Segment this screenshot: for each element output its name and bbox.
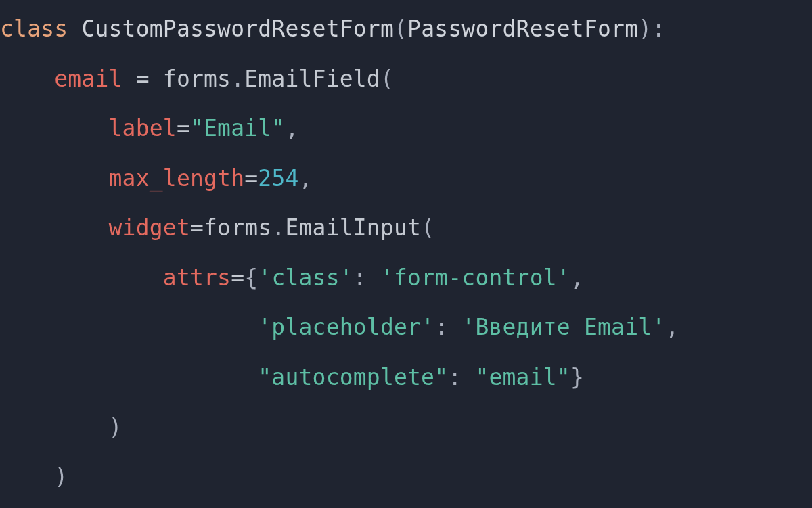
- code-line-5: widget=forms.EmailInput(: [0, 214, 434, 241]
- paren-open: (: [421, 214, 434, 241]
- indent: [0, 364, 258, 390]
- indent: [0, 414, 109, 440]
- comma: ,: [285, 115, 298, 141]
- equals: =: [231, 264, 244, 291]
- brace-close: }: [570, 364, 584, 390]
- module-forms: forms: [204, 214, 271, 241]
- call-emailinput: EmailInput: [285, 214, 421, 241]
- kwarg-max-length: max_length: [109, 165, 245, 191]
- indent: [0, 165, 109, 191]
- indent: [0, 463, 54, 490]
- comma: ,: [570, 264, 584, 291]
- dict-val-placeholder: 'Введите Email': [461, 314, 665, 340]
- paren-close: ): [109, 414, 122, 440]
- dict-key-autocomplete: "autocomplete": [258, 364, 448, 390]
- space: [68, 16, 81, 42]
- code-line-2: email = forms.EmailField(: [0, 66, 394, 92]
- field-email: email: [54, 66, 122, 92]
- code-line-3: label="Email",: [0, 115, 299, 141]
- code-line-6: attrs={'class': 'form-control',: [0, 264, 584, 291]
- indent: [0, 66, 54, 92]
- indent: [0, 115, 109, 141]
- code-line-8: "autocomplete": "email"}: [0, 364, 584, 390]
- dict-val-form-control: 'form-control': [380, 264, 570, 291]
- equals: =: [190, 214, 204, 241]
- dict-val-email: "email": [475, 364, 570, 390]
- indent: [0, 314, 258, 340]
- keyword-class: class: [0, 16, 68, 42]
- indent: [0, 214, 109, 241]
- equals: =: [122, 66, 163, 92]
- kwarg-widget: widget: [109, 214, 190, 241]
- code-line-10: ): [0, 463, 68, 490]
- code-line-9: ): [0, 414, 122, 440]
- code-block: class CustomPasswordResetForm(PasswordRe…: [0, 0, 812, 502]
- dict-key-placeholder: 'placeholder': [258, 314, 434, 340]
- dot: .: [231, 66, 244, 92]
- classname: CustomPasswordResetForm: [81, 16, 394, 42]
- code-line-4: max_length=254,: [0, 165, 313, 191]
- number-254: 254: [258, 165, 298, 191]
- call-emailfield: EmailField: [244, 66, 380, 92]
- base-class: PasswordResetForm: [407, 16, 638, 42]
- indent: [0, 264, 163, 291]
- paren-open: (: [394, 16, 407, 42]
- code-line-7: 'placeholder': 'Введите Email',: [0, 314, 679, 340]
- paren-close-colon: ):: [638, 16, 665, 42]
- equals: =: [177, 115, 190, 141]
- colon: :: [448, 364, 475, 390]
- comma: ,: [299, 165, 313, 191]
- kwarg-label: label: [109, 115, 177, 141]
- brace-open: {: [244, 264, 258, 291]
- string-email: "Email": [190, 115, 285, 141]
- equals: =: [244, 165, 258, 191]
- dict-key-class: 'class': [258, 264, 353, 291]
- colon: :: [353, 264, 380, 291]
- colon: :: [434, 314, 461, 340]
- code-line-1: class CustomPasswordResetForm(PasswordRe…: [0, 16, 665, 42]
- kwarg-attrs: attrs: [163, 264, 231, 291]
- paren-close: ): [54, 463, 68, 490]
- module-forms: forms: [163, 66, 231, 92]
- dot: .: [271, 214, 285, 241]
- comma: ,: [665, 314, 679, 340]
- paren-open: (: [380, 66, 394, 92]
